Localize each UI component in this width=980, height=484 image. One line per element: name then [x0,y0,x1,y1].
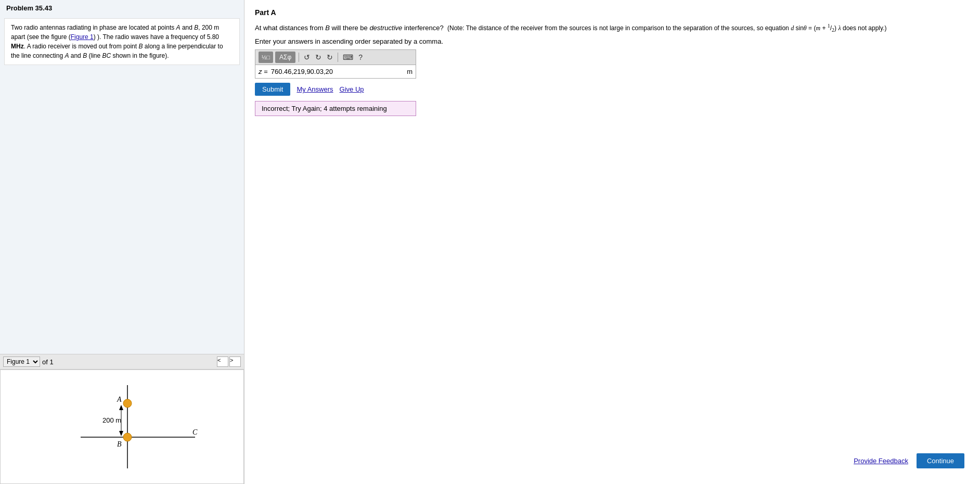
part-label: Part A [255,8,970,17]
provide-feedback-button[interactable]: Provide Feedback [854,457,908,465]
bottom-actions: Provide Feedback Continue [854,453,964,468]
svg-marker-9 [119,431,123,436]
figure-link[interactable]: Figure 1 [71,33,94,41]
redo-button[interactable]: ↻ [314,53,323,62]
toolbar-divider [299,53,299,62]
answer-label: z = [259,68,268,75]
problem-description: Two radio antennas radiating in phase ar… [4,18,240,65]
help-button[interactable]: ? [357,53,364,62]
figure-next-button[interactable]: > [229,356,241,367]
right-panel: Part A At what distances from B will the… [244,0,980,484]
symbol-button[interactable]: ΑΣφ [275,52,295,63]
my-answers-button[interactable]: My Answers [296,85,333,93]
problem-title: Problem 35.43 [0,0,244,16]
answer-row: z = m [255,65,416,79]
answer-unit: m [407,68,412,75]
figure-header: Figure 1 of 1 < > [0,354,244,370]
svg-point-2 [123,399,132,407]
figure-prev-button[interactable]: < [217,356,228,367]
submit-button[interactable]: Submit [255,83,290,96]
action-row: Submit My Answers Give Up [255,83,970,96]
svg-text:B: B [117,440,122,448]
give-up-button[interactable]: Give Up [340,85,364,93]
answer-input[interactable] [270,67,405,77]
continue-button[interactable]: Continue [917,453,964,468]
figure-drawing: A B C 200 m [0,370,244,484]
svg-text:A: A [117,396,122,403]
figure-svg: A B C 200 m [44,370,200,484]
svg-point-3 [123,433,132,441]
question-text: At what distances from B will there be d… [255,22,970,34]
svg-text:C: C [192,428,198,436]
svg-text:200 m: 200 m [102,416,121,424]
figure-panel: Figure 1 of 1 < > [0,354,244,484]
instruction-text: Enter your answers in ascending order se… [255,37,970,45]
undo-button[interactable]: ↺ [302,53,312,62]
reset-button[interactable]: ↻ [325,53,334,62]
note-text: (Note: The distance of the receiver from… [447,24,887,32]
keyboard-button[interactable]: ⌨ [341,53,355,62]
fraction-button[interactable]: ½□ [259,52,273,63]
feedback-box: Incorrect; Try Again; 4 attempts remaini… [255,101,416,116]
svg-marker-8 [119,405,123,410]
figure-of-label: of 1 [42,358,54,366]
figure-select[interactable]: Figure 1 [3,356,40,367]
toolbar-divider2 [338,53,338,62]
answer-toolbar: ½□ ΑΣφ ↺ ↻ ↻ ⌨ ? [255,49,416,65]
